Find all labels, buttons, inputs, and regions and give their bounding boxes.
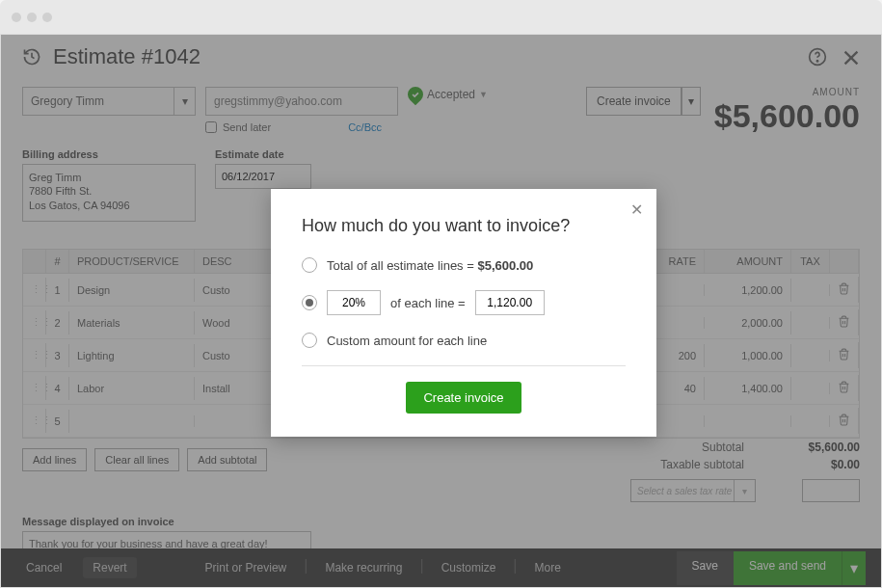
chrome-dot: [42, 13, 52, 22]
computed-amount-input[interactable]: [475, 290, 545, 315]
chrome-dot: [27, 13, 37, 22]
radio-icon[interactable]: [302, 295, 317, 310]
option-custom-row[interactable]: Custom amount for each line: [302, 333, 626, 348]
create-invoice-button[interactable]: Create invoice: [406, 382, 521, 414]
radio-icon[interactable]: [302, 333, 317, 348]
chrome-dot: [12, 13, 21, 22]
percent-input[interactable]: [327, 290, 381, 315]
invoice-amount-modal: ✕ How much do you want to invoice? Total…: [271, 189, 656, 437]
modal-title: How much do you want to invoice?: [302, 216, 626, 236]
option-total-row[interactable]: Total of all estimate lines = $5,600.00: [302, 257, 626, 273]
close-icon[interactable]: ✕: [630, 200, 643, 219]
divider: [302, 365, 626, 366]
radio-icon[interactable]: [302, 257, 317, 273]
browser-chrome: [0, 0, 882, 34]
option-percent-row[interactable]: of each line =: [302, 290, 626, 315]
